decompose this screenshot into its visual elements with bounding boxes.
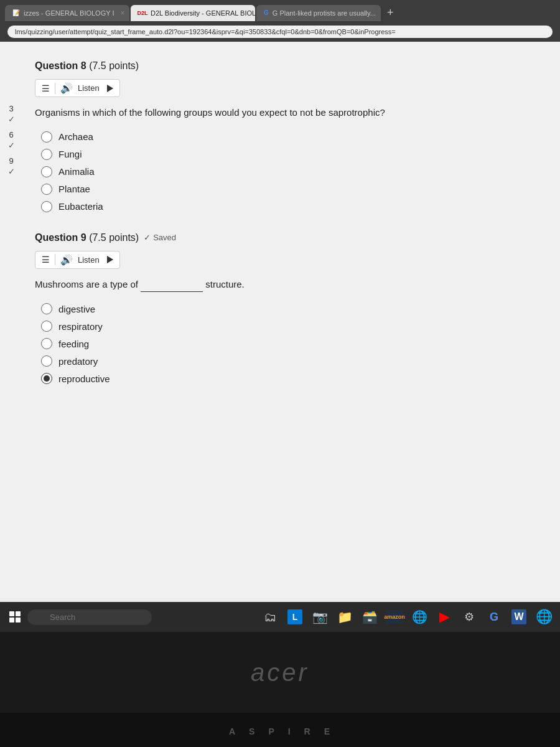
sidebar-num-9: 9 <box>9 156 13 166</box>
tab-2[interactable]: D2L D2L Biodiversity - GENERAL BIOLO... … <box>131 5 255 21</box>
key-a: A <box>229 726 236 736</box>
win-pane-4 <box>16 618 21 622</box>
address-input[interactable] <box>7 26 553 38</box>
question-8-title: Question 8 (7.5 points) <box>35 60 139 72</box>
option-q9-predatory[interactable]: predatory <box>41 355 535 367</box>
key-e: E <box>324 726 331 736</box>
option-q9-respiratory[interactable]: respiratory <box>41 321 535 332</box>
tab-1-close[interactable]: × <box>121 9 125 17</box>
taskbar-files-icon[interactable]: 📁 <box>334 606 356 628</box>
question-8-options: Archaea Fungi Animalia Plantae Eubacteri… <box>41 131 535 212</box>
sidebar-num-3: 3 <box>9 104 13 113</box>
option-label-q9-feeding: feeding <box>58 339 89 349</box>
speaker-icon-q9: 🔊 <box>60 254 73 266</box>
sidebar-item-3: 3 ✓ <box>8 104 15 124</box>
win-pane-3 <box>9 618 14 622</box>
saved-badge-q9: ✓ Saved <box>144 233 176 242</box>
radio-q9-feeding[interactable] <box>41 338 52 349</box>
win-pane-2 <box>16 611 21 616</box>
play-button-q8[interactable] <box>107 85 113 92</box>
listen-icon-q9: ☰ <box>42 255 50 265</box>
sidebar-check-6: ✓ <box>8 141 15 150</box>
tab-1-label: izzes - GENERAL BIOLOGY I <box>24 9 114 17</box>
listen-bar-q8[interactable]: ☰ 🔊 Listen <box>35 79 120 97</box>
amazon-icon: amazon <box>386 610 403 624</box>
start-button[interactable] <box>5 607 25 627</box>
word-icon: W <box>511 609 526 624</box>
radio-q8-animalia[interactable] <box>41 166 52 177</box>
radio-q8-eubacteria[interactable] <box>41 201 52 212</box>
radio-q8-archaea[interactable] <box>41 131 52 143</box>
option-q9-feeding[interactable]: feeding <box>41 338 535 349</box>
radio-q8-fungi[interactable] <box>41 149 52 160</box>
question-9-header: Question 9 (7.5 points) ✓ Saved <box>35 232 535 243</box>
radio-q9-reproductive[interactable] <box>41 373 52 384</box>
key-i: I <box>288 726 292 736</box>
taskbar-google-icon-1[interactable]: G <box>483 606 505 628</box>
play-button-q9[interactable] <box>107 256 113 263</box>
option-q9-reproductive[interactable]: reproductive <box>41 373 535 384</box>
new-tab-button[interactable]: + <box>382 4 399 22</box>
option-label-q8-eubacteria: Eubacteria <box>58 201 103 212</box>
taskbar-chrome-icon[interactable]: 🌐 <box>408 606 431 628</box>
taskbar-amazon-icon[interactable]: amazon <box>383 606 406 628</box>
listen-divider-q8 <box>55 83 55 94</box>
tab-1-favicon: 📝 <box>12 9 20 17</box>
option-label-q8-plantae: Plantae <box>58 184 90 194</box>
option-label-q9-digestive: digestive <box>58 304 95 314</box>
tab-3[interactable]: G G Plant-liked protists are usually... … <box>256 5 381 21</box>
listen-label-q8: Listen <box>78 83 100 93</box>
saved-check-icon: ✓ <box>144 233 151 242</box>
youtube-icon: ▶ <box>439 609 450 625</box>
saved-label: Saved <box>153 233 176 242</box>
option-q8-archaea[interactable]: Archaea <box>41 131 535 143</box>
tab-bar: 📝 izzes - GENERAL BIOLOGY I × D2L D2L Bi… <box>0 0 560 22</box>
question-8-text: Organisms in which of the following grou… <box>35 106 535 120</box>
speaker-icon-q8: 🔊 <box>60 82 73 94</box>
radio-q8-plantae[interactable] <box>41 184 52 195</box>
taskbar-google-icon-2[interactable]: 🌐 <box>533 606 555 628</box>
acer-logo: acer <box>251 659 309 687</box>
laptop-bezel: acer <box>0 632 560 713</box>
listen-bar-q9[interactable]: ☰ 🔊 Listen <box>35 251 120 269</box>
question-sidebar: 3 ✓ 6 ✓ 9 ✓ <box>0 42 22 602</box>
radio-q9-predatory[interactable] <box>41 355 52 367</box>
settings-icon: ⚙ <box>464 610 474 624</box>
win-pane-1 <box>9 611 14 616</box>
sidebar-item-9: 9 ✓ <box>8 156 15 176</box>
google-icon-2: 🌐 <box>536 609 553 625</box>
question-9-block: Question 9 (7.5 points) ✓ Saved ☰ 🔊 List… <box>35 232 535 385</box>
option-q8-eubacteria[interactable]: Eubacteria <box>41 201 535 212</box>
taskbar-settings-icon[interactable]: ⚙ <box>458 606 480 628</box>
key-r: R <box>304 726 312 736</box>
taskbar: 🔍 🗂 L 📷 📁 🗃️ amazon 🌐 ▶ ⚙ G W 🌐 <box>0 602 560 632</box>
radio-q9-respiratory[interactable] <box>41 321 52 332</box>
option-label-q9-predatory: predatory <box>58 356 98 367</box>
taskbar-camera-icon[interactable]: 📷 <box>309 606 331 628</box>
taskbar-folder-icon[interactable]: 🗂 <box>259 606 281 628</box>
option-label-q8-archaea: Archaea <box>58 131 93 142</box>
option-q9-digestive[interactable]: digestive <box>41 303 535 314</box>
taskbar-notification-icon[interactable]: 🗃️ <box>358 606 381 628</box>
option-q8-plantae[interactable]: Plantae <box>41 184 535 195</box>
fill-blank <box>141 278 203 293</box>
question-9-text: Mushrooms are a type of structure. <box>35 278 535 293</box>
taskbar-search-input[interactable] <box>27 609 152 625</box>
question-8-block: Question 8 (7.5 points) ☰ 🔊 Listen Organ… <box>35 60 535 212</box>
quiz-area: Question 8 (7.5 points) ☰ 🔊 Listen Organ… <box>22 42 560 602</box>
taskbar-letter-icon[interactable]: L <box>284 606 306 628</box>
browser-chrome: 📝 izzes - GENERAL BIOLOGY I × D2L D2L Bi… <box>0 0 560 42</box>
notification-icon: 🗃️ <box>362 609 378 624</box>
taskbar-word-icon[interactable]: W <box>508 606 530 628</box>
taskbar-youtube-icon[interactable]: ▶ <box>433 606 455 628</box>
option-q8-animalia[interactable]: Animalia <box>41 166 535 177</box>
option-q8-fungi[interactable]: Fungi <box>41 149 535 160</box>
tab-3-label: G Plant-liked protists are usually... <box>273 9 376 17</box>
chrome-icon: 🌐 <box>412 609 427 624</box>
radio-inner-q9-reproductive <box>44 375 50 382</box>
question-9-title: Question 9 (7.5 points) <box>35 232 139 243</box>
radio-q9-digestive[interactable] <box>41 303 52 314</box>
tab-1[interactable]: 📝 izzes - GENERAL BIOLOGY I × <box>5 5 129 21</box>
camera-icon: 📷 <box>312 609 328 624</box>
option-label-q9-reproductive: reproductive <box>58 374 110 384</box>
